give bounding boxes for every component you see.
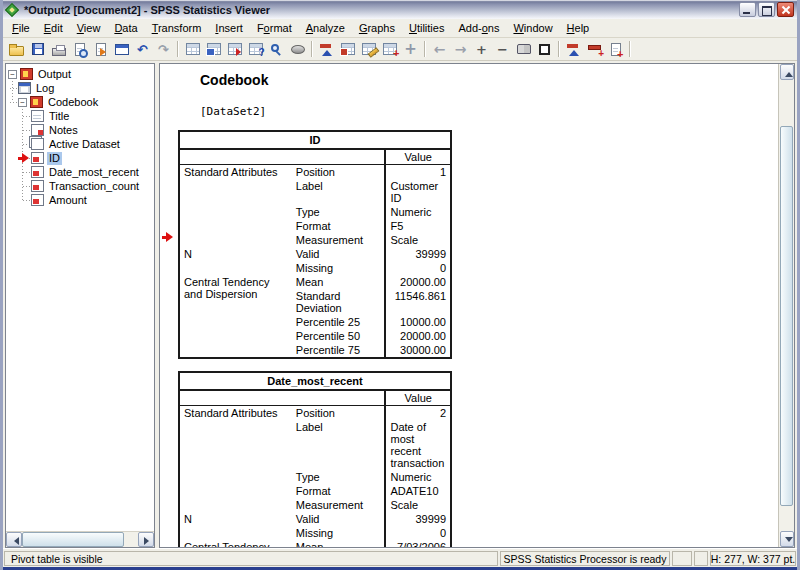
outline-item-output[interactable]: −Output xyxy=(6,67,154,81)
maximize-button[interactable] xyxy=(758,2,775,17)
collapse-button[interactable]: − xyxy=(492,40,513,59)
close-button[interactable] xyxy=(777,2,794,17)
menu-graphs[interactable]: Graphs xyxy=(352,20,402,36)
goto-case-icon xyxy=(207,43,221,55)
menu-add-ons[interactable]: Add-ons xyxy=(451,20,506,36)
outline-item-id[interactable]: ID xyxy=(6,151,154,165)
export-button[interactable] xyxy=(90,40,111,59)
window-title: *Output2 [Document2] - SPSS Statistics V… xyxy=(19,4,737,16)
forward-button[interactable]: → xyxy=(450,40,471,59)
recall-dialogs-button[interactable] xyxy=(111,40,132,59)
menu-format[interactable]: Format xyxy=(250,20,299,36)
hide-button[interactable] xyxy=(534,40,555,59)
outline-item-codebook[interactable]: −Codebook xyxy=(6,95,154,109)
outline-item-date-most-recent[interactable]: Date_most_recent xyxy=(6,165,154,179)
insert-text-button[interactable] xyxy=(605,40,626,59)
outline-item-label: Notes xyxy=(47,124,80,137)
titlebar[interactable]: *Output2 [Document2] - SPSS Statistics V… xyxy=(3,0,797,19)
active-dataset-icon xyxy=(31,138,44,150)
hscroll-thumb[interactable] xyxy=(22,532,124,547)
dataset-line: [DataSet2] xyxy=(200,105,452,118)
insert-title-button[interactable] xyxy=(584,40,605,59)
menu-data[interactable]: Data xyxy=(107,20,144,36)
outline-item-label: Active Dataset xyxy=(47,138,122,151)
vscroll-thumb[interactable] xyxy=(780,126,793,506)
output-content-pane[interactable]: Codebook [DataSet2] IDValueStandard Attr… xyxy=(160,64,778,547)
attribute-cell: Missing xyxy=(292,261,386,275)
outline-item-title[interactable]: Title xyxy=(6,109,154,123)
insert-heading-button[interactable] xyxy=(563,40,584,59)
status-processor: SPSS Statistics Processor is ready xyxy=(500,551,670,566)
table-icon xyxy=(31,180,44,192)
outline-item-log[interactable]: Log xyxy=(6,81,154,95)
value-cell: 1 xyxy=(385,165,451,180)
variables-button[interactable] xyxy=(224,40,245,59)
open-button[interactable] xyxy=(6,40,27,59)
scroll-right-button[interactable] xyxy=(138,532,154,547)
outline-item-amount[interactable]: Amount xyxy=(6,193,154,207)
find-icon xyxy=(271,44,279,52)
print-preview-button[interactable] xyxy=(69,40,90,59)
value-cell: 0 xyxy=(385,526,451,540)
menu-insert[interactable]: Insert xyxy=(208,20,250,36)
outline-item-transaction-count[interactable]: Transaction_count xyxy=(6,179,154,193)
value-cell: 39999 xyxy=(385,512,451,526)
value-cell: 2 xyxy=(385,406,451,421)
statusbar: Pivot table is visible SPSS Statistics P… xyxy=(3,548,797,570)
attribute-cell: Missing xyxy=(292,526,386,540)
select-last-output-icon xyxy=(320,43,334,56)
row-category-cell: Central Tendency and Dispersion xyxy=(179,275,292,358)
move-selection-button[interactable]: + xyxy=(400,40,421,59)
variable-info-button[interactable] xyxy=(245,40,266,59)
pivot-table-date-most-recent[interactable]: Date_most_recentValueStandard Attributes… xyxy=(178,371,452,547)
scroll-left-button[interactable] xyxy=(6,532,22,547)
goto-data-button[interactable] xyxy=(182,40,203,59)
attribute-cell: Mean xyxy=(292,275,386,289)
output-icon xyxy=(20,68,33,80)
tree-expander-minus[interactable]: − xyxy=(18,98,27,107)
menu-view[interactable]: View xyxy=(70,20,108,36)
undo-button[interactable]: ↶ xyxy=(132,40,153,59)
menu-file[interactable]: File xyxy=(5,20,37,36)
outline-item-label: Codebook xyxy=(46,96,100,109)
redo-button[interactable]: ↷ xyxy=(153,40,174,59)
row-category-cell: Standard Attributes xyxy=(179,406,292,513)
attribute-cell: Valid xyxy=(292,247,386,261)
show-button[interactable] xyxy=(513,40,534,59)
value-column-header: Value xyxy=(385,149,451,165)
menu-help[interactable]: Help xyxy=(560,20,597,36)
scroll-down-button[interactable] xyxy=(780,531,794,547)
menu-window[interactable]: Window xyxy=(506,20,559,36)
edit-pivot-icon xyxy=(362,43,376,55)
attribute-cell: Measurement xyxy=(292,498,386,512)
minimize-button[interactable] xyxy=(739,2,756,17)
save-button[interactable] xyxy=(27,40,48,59)
edit-pivot-button[interactable] xyxy=(358,40,379,59)
attribute-cell: Label xyxy=(292,420,386,470)
menu-analyze[interactable]: Analyze xyxy=(299,20,352,36)
outline-item-label: Output xyxy=(36,68,73,81)
menu-utilities[interactable]: Utilities xyxy=(402,20,451,36)
expand-button[interactable]: + xyxy=(471,40,492,59)
outline-item-notes[interactable]: Notes xyxy=(6,123,154,137)
menu-edit[interactable]: Edit xyxy=(37,20,70,36)
select-last-output-button[interactable] xyxy=(316,40,337,59)
value-cell: ADATE10 xyxy=(385,484,451,498)
use-variable-sets-button[interactable] xyxy=(287,40,308,59)
outline-hscrollbar[interactable] xyxy=(6,531,154,547)
insert-table-button[interactable] xyxy=(379,40,400,59)
back-button[interactable]: ← xyxy=(429,40,450,59)
tree-expander-minus[interactable]: − xyxy=(8,70,17,79)
scroll-up-button[interactable] xyxy=(780,64,794,80)
save-icon xyxy=(32,43,44,55)
print-button[interactable] xyxy=(48,40,69,59)
goto-case-button[interactable] xyxy=(203,40,224,59)
menu-transform[interactable]: Transform xyxy=(145,20,209,36)
outline-item-active-dataset[interactable]: Active Dataset xyxy=(6,137,154,151)
content-vscrollbar[interactable] xyxy=(778,64,794,547)
pivot-table-id[interactable]: IDValueStandard AttributesPosition1Label… xyxy=(178,130,452,359)
recall-dialogs-icon xyxy=(115,44,129,55)
find-button[interactable] xyxy=(266,40,287,59)
tree-connector-stub xyxy=(23,144,31,145)
designate-window-button[interactable] xyxy=(337,40,358,59)
